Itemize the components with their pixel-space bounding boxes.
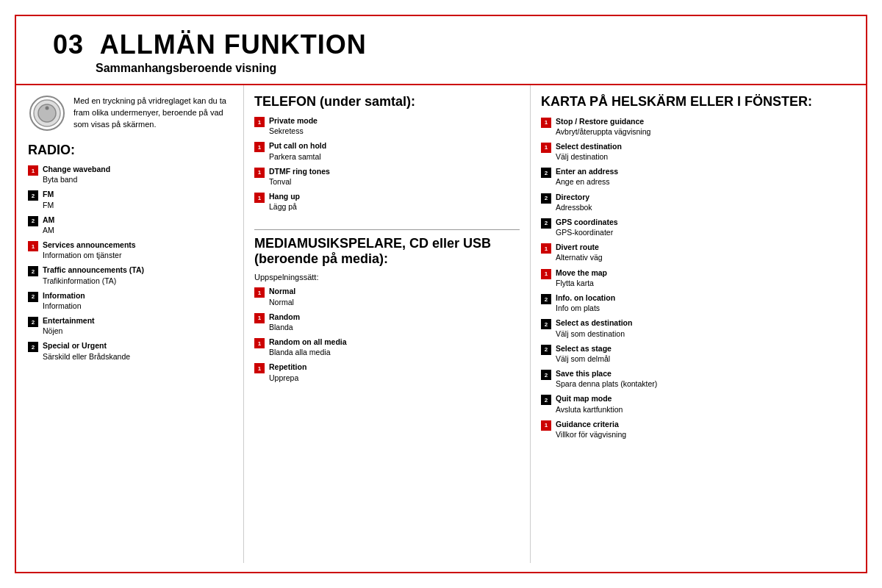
- item-badge: 1: [541, 243, 551, 254]
- item-text: Divert routeAlternativ väg: [556, 242, 603, 262]
- item-en: Entertainment: [43, 316, 95, 325]
- item-badge: 2: [541, 294, 551, 304]
- item-en: Quit map mode: [556, 394, 612, 403]
- item-en: Random: [269, 312, 300, 321]
- page-container: 03 ALLMÄN FUNKTION Sammanhangsberoende v…: [15, 15, 867, 573]
- svg-point-3: [46, 107, 49, 110]
- item-badge: 2: [28, 342, 38, 352]
- list-item: 2Select as stageVälj som delmål: [541, 343, 856, 364]
- list-item: 2Save this placeSpara denna plats (konta…: [541, 368, 856, 389]
- map-list: 1Stop / Restore guidanceAvbryt/återuppta…: [541, 116, 856, 440]
- item-text: Save this placeSpara denna plats (kontak…: [556, 368, 657, 389]
- item-badge: 2: [541, 218, 551, 229]
- phone-list: 1Private modeSekretess1Put call on holdP…: [254, 115, 520, 212]
- item-badge: 2: [541, 370, 551, 380]
- list-item: 1Hang upLägg på: [254, 191, 520, 212]
- item-badge: 1: [541, 420, 551, 431]
- item-text: Enter an addressAnge en adress: [556, 166, 618, 187]
- list-item: 1Stop / Restore guidanceAvbryt/återuppta…: [541, 116, 856, 137]
- item-sv: Upprepa: [269, 373, 298, 382]
- item-en: Repetition: [269, 362, 306, 371]
- item-badge: 1: [28, 165, 38, 176]
- list-item: 2EntertainmentNöjen: [28, 315, 234, 336]
- playback-label: Uppspelningssätt:: [254, 273, 520, 282]
- item-sv: Flytta karta: [556, 279, 594, 287]
- item-en: Random on all media: [269, 337, 347, 346]
- item-text: FMFM: [43, 189, 54, 209]
- radio-title: RADIO:: [28, 143, 234, 158]
- knob-icon: [28, 94, 66, 132]
- item-en: Hang up: [269, 192, 300, 201]
- list-item: 1Put call on holdParkera samtal: [254, 140, 520, 161]
- item-text: Put call on holdParkera samtal: [269, 140, 326, 161]
- list-item: 1RepetitionUpprepa: [254, 362, 520, 382]
- item-sv: Information om tjänster: [43, 251, 121, 259]
- item-text: InformationInformation: [43, 290, 85, 311]
- item-badge: 1: [254, 117, 265, 127]
- item-sv: Sekretess: [269, 126, 304, 135]
- radio-list: 1Change wavebandByta band2FMFM2AMAM1Serv…: [28, 164, 234, 366]
- item-sv: Välj som delmål: [556, 354, 610, 363]
- phone-title: TELEFON (under samtal):: [254, 94, 520, 110]
- item-sv: Normal: [269, 298, 294, 306]
- item-en: Directory: [556, 193, 589, 201]
- item-en: Info. on location: [556, 293, 615, 302]
- item-text: AMAM: [43, 215, 54, 235]
- list-item: 1Guidance criteriaVillkor för vägvisning: [541, 419, 856, 440]
- item-sv: Lägg på: [269, 202, 297, 211]
- item-sv: Alternativ väg: [556, 253, 603, 262]
- item-text: Hang upLägg på: [269, 191, 300, 212]
- item-sv: Villkor för vägvisning: [556, 430, 626, 439]
- item-badge: 1: [254, 363, 265, 373]
- item-sv: Info om plats: [556, 304, 600, 312]
- item-badge: 1: [254, 313, 265, 323]
- list-item: 1Change wavebandByta band: [28, 164, 234, 184]
- item-badge: 1: [541, 269, 551, 279]
- list-item: 2Quit map modeAvsluta kartfunktion: [541, 393, 856, 414]
- item-sv: Nöjen: [43, 326, 62, 335]
- item-text: RepetitionUpprepa: [269, 362, 306, 382]
- item-en: Select as stage: [556, 344, 612, 353]
- list-item: 2DirectoryAdressbok: [541, 192, 856, 212]
- item-text: Private modeSekretess: [269, 115, 318, 136]
- item-badge: 2: [28, 216, 38, 226]
- item-en: DTMF ring tones: [269, 167, 330, 176]
- item-sv: Parkera samtal: [269, 152, 321, 161]
- item-text: Info. on locationInfo om plats: [556, 293, 615, 313]
- list-item: 2AMAM: [28, 215, 234, 235]
- list-item: 1Random on all mediaBlanda alla media: [254, 337, 520, 357]
- item-en: Select as destination: [556, 318, 632, 327]
- item-sv: Information: [43, 301, 82, 310]
- item-sv: Adressbok: [556, 203, 592, 212]
- item-text: Move the mapFlytta karta: [556, 268, 607, 288]
- item-en: Normal: [269, 287, 295, 295]
- item-en: Stop / Restore guidance: [556, 117, 644, 126]
- item-text: DTMF ring tonesTonval: [269, 166, 330, 187]
- item-sv: GPS-koordinater: [556, 228, 613, 237]
- item-en: Services announcements: [43, 240, 136, 249]
- chapter-number: 03: [53, 29, 84, 60]
- item-text: Select destinationVälj destination: [556, 141, 622, 162]
- item-sv: Välj som destination: [556, 329, 625, 338]
- phone-section: TELEFON (under samtal): 1Private modeSek…: [254, 94, 520, 216]
- list-item: 2Info. on locationInfo om plats: [541, 293, 856, 313]
- list-item: 1Move the mapFlytta karta: [541, 268, 856, 288]
- item-sv: Trafikinformation (TA): [43, 276, 116, 285]
- item-sv: Särskild eller Brådskande: [43, 352, 130, 361]
- item-text: Special or UrgentSärskild eller Brådskan…: [43, 340, 130, 361]
- item-badge: 2: [541, 193, 551, 204]
- item-badge: 1: [541, 118, 551, 128]
- map-title: KARTA PÅ HELSKÄRM ELLER I FÖNSTER:: [541, 94, 856, 110]
- item-en: Traffic announcements (TA): [43, 265, 144, 274]
- item-badge: 2: [541, 168, 551, 178]
- item-text: DirectoryAdressbok: [556, 192, 592, 212]
- item-en: Put call on hold: [269, 141, 326, 150]
- item-sv: Tonval: [269, 177, 291, 186]
- item-sv: Ange en adress: [556, 177, 610, 186]
- item-text: RandomBlanda: [269, 312, 300, 332]
- item-text: Guidance criteriaVillkor för vägvisning: [556, 419, 626, 440]
- list-item: 1NormalNormal: [254, 286, 520, 306]
- list-item: 1DTMF ring tonesTonval: [254, 166, 520, 187]
- middle-column: TELEFON (under samtal): 1Private modeSek…: [244, 85, 531, 563]
- page-title: 03 ALLMÄN FUNKTION: [53, 29, 844, 60]
